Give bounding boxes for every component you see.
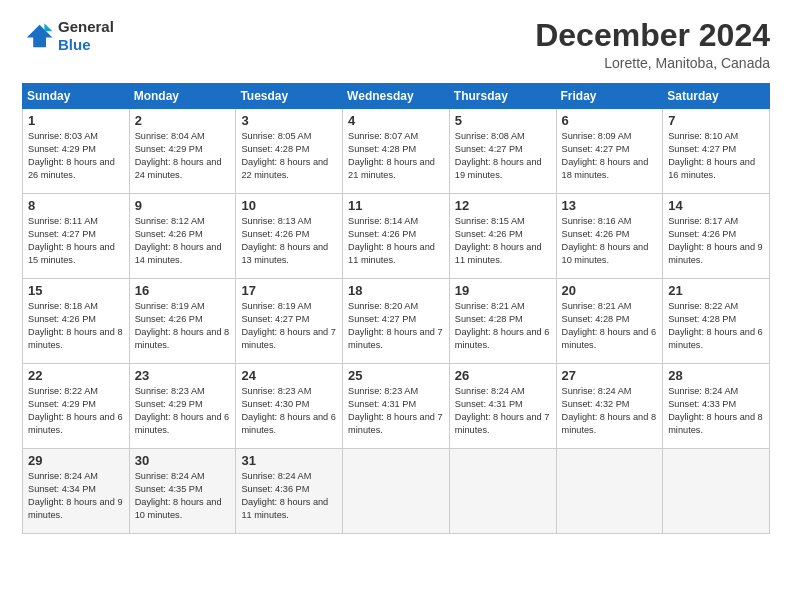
calendar-header-row: Sunday Monday Tuesday Wednesday Thursday…	[23, 84, 770, 109]
calendar-body: 1Sunrise: 8:03 AMSunset: 4:29 PMDaylight…	[23, 109, 770, 534]
day-number: 29	[28, 453, 125, 468]
col-thursday: Thursday	[449, 84, 556, 109]
day-number: 24	[241, 368, 338, 383]
cell-text: Sunrise: 8:18 AMSunset: 4:26 PMDaylight:…	[28, 301, 123, 350]
calendar-cell: 18Sunrise: 8:20 AMSunset: 4:27 PMDayligh…	[343, 279, 450, 364]
col-saturday: Saturday	[663, 84, 770, 109]
day-number: 9	[135, 198, 232, 213]
cell-text: Sunrise: 8:13 AMSunset: 4:26 PMDaylight:…	[241, 216, 328, 265]
cell-text: Sunrise: 8:14 AMSunset: 4:26 PMDaylight:…	[348, 216, 435, 265]
calendar-cell	[556, 449, 663, 534]
calendar-cell: 27Sunrise: 8:24 AMSunset: 4:32 PMDayligh…	[556, 364, 663, 449]
subtitle: Lorette, Manitoba, Canada	[535, 55, 770, 71]
calendar-cell: 5Sunrise: 8:08 AMSunset: 4:27 PMDaylight…	[449, 109, 556, 194]
cell-text: Sunrise: 8:20 AMSunset: 4:27 PMDaylight:…	[348, 301, 443, 350]
day-number: 2	[135, 113, 232, 128]
cell-text: Sunrise: 8:08 AMSunset: 4:27 PMDaylight:…	[455, 131, 542, 180]
calendar-cell: 25Sunrise: 8:23 AMSunset: 4:31 PMDayligh…	[343, 364, 450, 449]
cell-text: Sunrise: 8:11 AMSunset: 4:27 PMDaylight:…	[28, 216, 115, 265]
calendar-cell: 1Sunrise: 8:03 AMSunset: 4:29 PMDaylight…	[23, 109, 130, 194]
day-number: 15	[28, 283, 125, 298]
calendar-cell: 21Sunrise: 8:22 AMSunset: 4:28 PMDayligh…	[663, 279, 770, 364]
cell-text: Sunrise: 8:15 AMSunset: 4:26 PMDaylight:…	[455, 216, 542, 265]
day-number: 6	[562, 113, 659, 128]
day-number: 17	[241, 283, 338, 298]
day-number: 25	[348, 368, 445, 383]
cell-text: Sunrise: 8:19 AMSunset: 4:26 PMDaylight:…	[135, 301, 230, 350]
calendar-week-row: 8Sunrise: 8:11 AMSunset: 4:27 PMDaylight…	[23, 194, 770, 279]
day-number: 4	[348, 113, 445, 128]
cell-text: Sunrise: 8:17 AMSunset: 4:26 PMDaylight:…	[668, 216, 763, 265]
day-number: 19	[455, 283, 552, 298]
logo-icon	[22, 20, 54, 52]
calendar-week-row: 1Sunrise: 8:03 AMSunset: 4:29 PMDaylight…	[23, 109, 770, 194]
col-monday: Monday	[129, 84, 236, 109]
calendar-cell: 14Sunrise: 8:17 AMSunset: 4:26 PMDayligh…	[663, 194, 770, 279]
calendar-cell: 7Sunrise: 8:10 AMSunset: 4:27 PMDaylight…	[663, 109, 770, 194]
day-number: 30	[135, 453, 232, 468]
main-title: December 2024	[535, 18, 770, 53]
cell-text: Sunrise: 8:12 AMSunset: 4:26 PMDaylight:…	[135, 216, 222, 265]
cell-text: Sunrise: 8:09 AMSunset: 4:27 PMDaylight:…	[562, 131, 649, 180]
calendar-cell: 20Sunrise: 8:21 AMSunset: 4:28 PMDayligh…	[556, 279, 663, 364]
cell-text: Sunrise: 8:22 AMSunset: 4:28 PMDaylight:…	[668, 301, 763, 350]
cell-text: Sunrise: 8:21 AMSunset: 4:28 PMDaylight:…	[562, 301, 657, 350]
day-number: 13	[562, 198, 659, 213]
calendar-cell: 15Sunrise: 8:18 AMSunset: 4:26 PMDayligh…	[23, 279, 130, 364]
day-number: 31	[241, 453, 338, 468]
calendar-cell: 2Sunrise: 8:04 AMSunset: 4:29 PMDaylight…	[129, 109, 236, 194]
cell-text: Sunrise: 8:24 AMSunset: 4:33 PMDaylight:…	[668, 386, 763, 435]
day-number: 7	[668, 113, 765, 128]
logo: General Blue	[22, 18, 114, 54]
calendar-cell: 19Sunrise: 8:21 AMSunset: 4:28 PMDayligh…	[449, 279, 556, 364]
day-number: 16	[135, 283, 232, 298]
day-number: 5	[455, 113, 552, 128]
calendar-cell: 17Sunrise: 8:19 AMSunset: 4:27 PMDayligh…	[236, 279, 343, 364]
calendar-cell: 6Sunrise: 8:09 AMSunset: 4:27 PMDaylight…	[556, 109, 663, 194]
calendar-cell	[449, 449, 556, 534]
calendar-cell: 12Sunrise: 8:15 AMSunset: 4:26 PMDayligh…	[449, 194, 556, 279]
cell-text: Sunrise: 8:24 AMSunset: 4:35 PMDaylight:…	[135, 471, 222, 520]
page: General Blue December 2024 Lorette, Mani…	[0, 0, 792, 612]
calendar-cell	[343, 449, 450, 534]
title-section: December 2024 Lorette, Manitoba, Canada	[535, 18, 770, 71]
day-number: 20	[562, 283, 659, 298]
calendar-cell: 4Sunrise: 8:07 AMSunset: 4:28 PMDaylight…	[343, 109, 450, 194]
cell-text: Sunrise: 8:10 AMSunset: 4:27 PMDaylight:…	[668, 131, 755, 180]
day-number: 8	[28, 198, 125, 213]
calendar-week-row: 22Sunrise: 8:22 AMSunset: 4:29 PMDayligh…	[23, 364, 770, 449]
calendar-cell	[663, 449, 770, 534]
col-sunday: Sunday	[23, 84, 130, 109]
calendar-week-row: 29Sunrise: 8:24 AMSunset: 4:34 PMDayligh…	[23, 449, 770, 534]
cell-text: Sunrise: 8:22 AMSunset: 4:29 PMDaylight:…	[28, 386, 123, 435]
calendar-cell: 24Sunrise: 8:23 AMSunset: 4:30 PMDayligh…	[236, 364, 343, 449]
svg-marker-1	[44, 23, 52, 31]
day-number: 10	[241, 198, 338, 213]
calendar-cell: 30Sunrise: 8:24 AMSunset: 4:35 PMDayligh…	[129, 449, 236, 534]
calendar-cell: 28Sunrise: 8:24 AMSunset: 4:33 PMDayligh…	[663, 364, 770, 449]
cell-text: Sunrise: 8:24 AMSunset: 4:32 PMDaylight:…	[562, 386, 657, 435]
calendar-cell: 9Sunrise: 8:12 AMSunset: 4:26 PMDaylight…	[129, 194, 236, 279]
cell-text: Sunrise: 8:24 AMSunset: 4:31 PMDaylight:…	[455, 386, 550, 435]
cell-text: Sunrise: 8:19 AMSunset: 4:27 PMDaylight:…	[241, 301, 336, 350]
day-number: 22	[28, 368, 125, 383]
day-number: 27	[562, 368, 659, 383]
cell-text: Sunrise: 8:03 AMSunset: 4:29 PMDaylight:…	[28, 131, 115, 180]
calendar-table: Sunday Monday Tuesday Wednesday Thursday…	[22, 83, 770, 534]
col-friday: Friday	[556, 84, 663, 109]
calendar-cell: 31Sunrise: 8:24 AMSunset: 4:36 PMDayligh…	[236, 449, 343, 534]
logo-text: General Blue	[58, 18, 114, 54]
calendar-cell: 8Sunrise: 8:11 AMSunset: 4:27 PMDaylight…	[23, 194, 130, 279]
day-number: 26	[455, 368, 552, 383]
cell-text: Sunrise: 8:04 AMSunset: 4:29 PMDaylight:…	[135, 131, 222, 180]
calendar-cell: 29Sunrise: 8:24 AMSunset: 4:34 PMDayligh…	[23, 449, 130, 534]
cell-text: Sunrise: 8:23 AMSunset: 4:30 PMDaylight:…	[241, 386, 336, 435]
day-number: 21	[668, 283, 765, 298]
day-number: 1	[28, 113, 125, 128]
day-number: 11	[348, 198, 445, 213]
col-tuesday: Tuesday	[236, 84, 343, 109]
cell-text: Sunrise: 8:16 AMSunset: 4:26 PMDaylight:…	[562, 216, 649, 265]
calendar-cell: 11Sunrise: 8:14 AMSunset: 4:26 PMDayligh…	[343, 194, 450, 279]
day-number: 12	[455, 198, 552, 213]
cell-text: Sunrise: 8:23 AMSunset: 4:31 PMDaylight:…	[348, 386, 443, 435]
